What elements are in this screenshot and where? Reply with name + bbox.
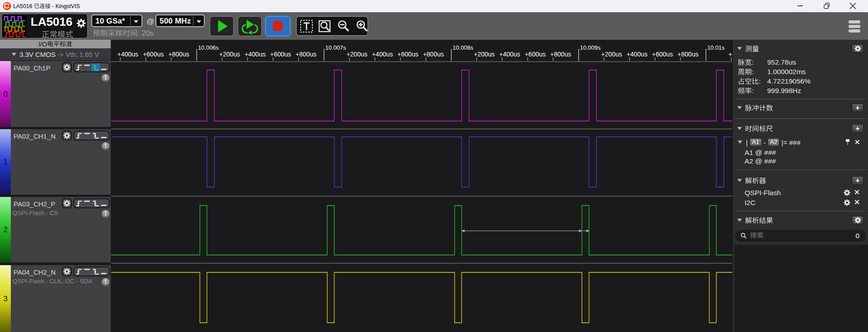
svg-text:10.01s: 10.01s bbox=[707, 44, 724, 51]
svg-text:+800us: +800us bbox=[168, 51, 189, 58]
svg-text:+600us: +600us bbox=[525, 51, 546, 58]
svg-text:10.009s: 10.009s bbox=[580, 44, 601, 51]
svg-text:+200us: +200us bbox=[219, 51, 240, 58]
svg-text:+800us: +800us bbox=[423, 51, 443, 58]
svg-text:+200us: +200us bbox=[728, 51, 732, 58]
svg-text:10.006s: 10.006s bbox=[198, 44, 219, 51]
svg-text:+400us: +400us bbox=[118, 51, 138, 58]
svg-text:+400us: +400us bbox=[499, 51, 520, 58]
svg-text:+600us: +600us bbox=[397, 51, 418, 58]
svg-text:+800us: +800us bbox=[296, 51, 316, 58]
svg-text:+600us: +600us bbox=[143, 51, 164, 58]
svg-text:+600us: +600us bbox=[270, 51, 291, 58]
svg-text:10.007s: 10.007s bbox=[326, 44, 346, 51]
svg-text:+600us: +600us bbox=[652, 51, 673, 58]
svg-text:+200us: +200us bbox=[474, 51, 495, 58]
svg-text:+800us: +800us bbox=[678, 51, 698, 58]
svg-text:+200us: +200us bbox=[601, 51, 622, 58]
svg-text:+800us: +800us bbox=[550, 51, 571, 58]
svg-text:+400us: +400us bbox=[245, 51, 265, 58]
svg-text:+400us: +400us bbox=[372, 51, 393, 58]
svg-text:10.008s: 10.008s bbox=[453, 44, 473, 51]
svg-text:+200us: +200us bbox=[346, 51, 367, 58]
svg-text:+400us: +400us bbox=[627, 51, 647, 58]
